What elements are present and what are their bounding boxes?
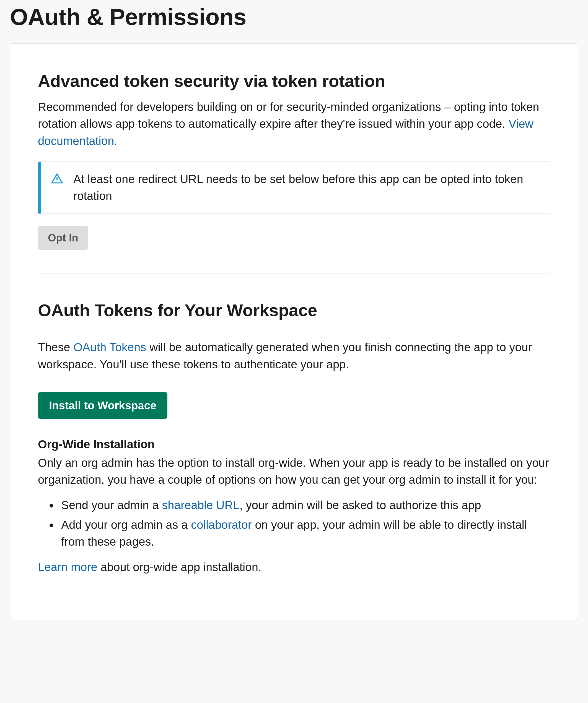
token-rotation-desc-text: Recommended for developers building on o… — [38, 100, 539, 130]
org-wide-desc: Only an org admin has the option to inst… — [38, 454, 550, 488]
learn-more-link[interactable]: Learn more — [38, 561, 97, 573]
bullet1-pre: Send your admin a — [61, 498, 162, 512]
org-wide-options-list: Send your admin a shareable URL, your ad… — [38, 497, 550, 550]
token-rotation-desc: Recommended for developers building on o… — [38, 98, 550, 149]
warning-triangle-icon — [51, 172, 63, 185]
page-title: OAuth & Permissions — [10, 0, 578, 34]
svg-point-1 — [57, 181, 57, 182]
learn-more-post: about org-wide app installation. — [97, 561, 262, 573]
section-divider — [38, 274, 550, 274]
shareable-url-link[interactable]: shareable URL — [162, 498, 239, 512]
main-card: Advanced token security via token rotati… — [10, 44, 578, 620]
list-item: Send your admin a shareable URL, your ad… — [58, 497, 550, 514]
bullet2-pre: Add your org admin as a — [61, 518, 191, 531]
token-rotation-heading: Advanced token security via token rotati… — [38, 69, 550, 94]
oauth-tokens-link[interactable]: OAuth Tokens — [73, 341, 146, 354]
collaborator-link[interactable]: collaborator — [191, 518, 251, 531]
install-to-workspace-button[interactable]: Install to Workspace — [38, 392, 167, 419]
desc-pre: These — [38, 341, 73, 354]
oauth-tokens-desc: These OAuth Tokens will be automatically… — [38, 339, 550, 373]
alert-text: At least one redirect URL needs to be se… — [73, 171, 538, 205]
org-wide-heading: Org-Wide Installation — [38, 436, 550, 453]
oauth-tokens-heading: OAuth Tokens for Your Workspace — [38, 298, 550, 323]
page-root: OAuth & Permissions Advanced token secur… — [0, 0, 588, 637]
bullet1-post: , your admin will be asked to authorize … — [239, 498, 481, 512]
list-item: Add your org admin as a collaborator on … — [58, 516, 550, 550]
opt-in-button[interactable]: Opt In — [38, 226, 88, 250]
learn-more-line: Learn more about org-wide app installati… — [38, 559, 550, 575]
redirect-url-alert: At least one redirect URL needs to be se… — [38, 161, 550, 214]
